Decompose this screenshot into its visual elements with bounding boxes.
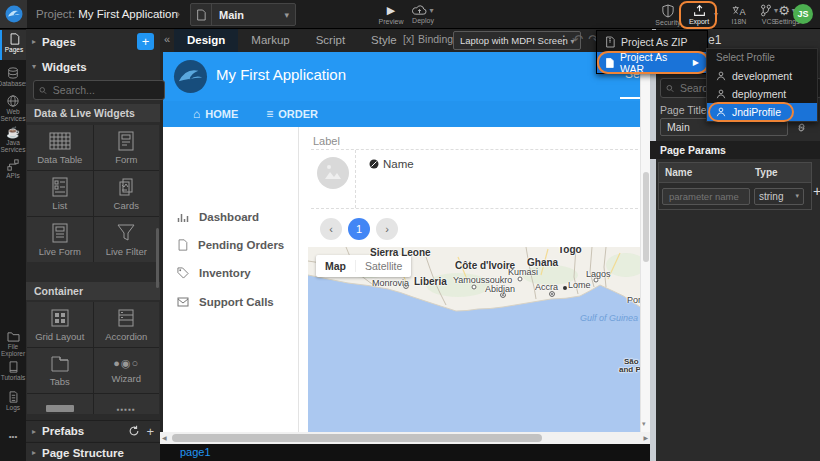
hscroll-thumb[interactable] xyxy=(172,434,542,442)
chevron-down-icon: ▾ xyxy=(714,10,718,19)
add-page-button[interactable]: + xyxy=(137,33,154,50)
tab-script[interactable]: Script xyxy=(303,28,358,52)
widget-tile-list[interactable]: List xyxy=(27,171,93,216)
canvas-horizontal-scrollbar[interactable]: ◀ ▶ xyxy=(160,432,650,444)
refresh-icon[interactable] xyxy=(128,425,140,437)
rail-item-web-services[interactable]: Web Services xyxy=(0,92,26,122)
design-canvas: My First Application Search ⌂ HOME ≡ ORD… xyxy=(160,52,640,432)
google-map-widget[interactable]: Map Satellite Sierra Leone Togo Côte d'I… xyxy=(308,247,640,432)
document-icon xyxy=(177,239,188,251)
undo-icon[interactable]: ↶ xyxy=(572,32,583,47)
map-label-kumasi: Kumasi xyxy=(508,267,538,277)
map-button[interactable]: Map xyxy=(316,260,355,272)
bar-chart-icon xyxy=(177,211,189,223)
export-icon xyxy=(693,4,706,17)
menu-item-inventory[interactable]: Inventory xyxy=(177,267,251,279)
widget-search[interactable] xyxy=(33,80,165,100)
widget-tile-accordion[interactable]: Accordion xyxy=(94,302,160,347)
menu-item-deployment[interactable]: deployment xyxy=(707,85,817,103)
widget-tile-cards[interactable]: Cards xyxy=(94,171,160,216)
widgets-accordion[interactable]: ▾ Widgets xyxy=(26,55,160,78)
tab-markup[interactable]: Markup xyxy=(238,28,302,52)
more-dots-icon: ••• xyxy=(9,433,17,440)
page-selector-dropdown[interactable]: Main ▾ xyxy=(190,3,296,26)
label-widget[interactable]: Label xyxy=(313,135,340,147)
menu-item-project-as-zip[interactable]: Project As ZIP xyxy=(597,31,707,52)
widget-tile-partial-right[interactable]: ▪▪▪▪▪ xyxy=(94,394,160,414)
widget-tile-data-table[interactable]: Data Table xyxy=(27,125,93,170)
security-button[interactable]: Security xyxy=(651,2,685,27)
satellite-button[interactable]: Satellite xyxy=(355,260,411,272)
rail-item-databases[interactable]: Databases xyxy=(0,64,26,90)
scroll-right-arrow-icon[interactable]: ▶ xyxy=(643,434,648,441)
collapse-left-panel-icon[interactable]: « xyxy=(164,33,170,45)
scroll-down-arrow-icon[interactable]: ▾ xyxy=(642,420,646,428)
widget-tile-grid-layout[interactable]: Grid Layout xyxy=(27,302,93,347)
nav-home[interactable]: ⌂ HOME xyxy=(193,107,238,121)
submenu-arrow-icon: ▶ xyxy=(693,58,699,67)
menu-item-dashboard[interactable]: Dashboard xyxy=(177,211,259,223)
map-label-togo: Togo xyxy=(558,247,582,255)
nav-order[interactable]: ≡ ORDER xyxy=(266,107,318,121)
cloud-upload-icon xyxy=(412,5,427,16)
vscroll-thumb[interactable] xyxy=(643,172,649,262)
panel-scrollbar-thumb[interactable] xyxy=(156,228,159,288)
menu-item-development[interactable]: development xyxy=(707,67,817,85)
widget-tile-live-filter[interactable]: Live Filter xyxy=(94,217,160,262)
param-name-input[interactable] xyxy=(662,188,750,205)
widget-tile-partial-left[interactable] xyxy=(27,394,93,414)
pagination-next-button[interactable]: › xyxy=(376,218,398,240)
menu-item-support-calls[interactable]: Support Calls xyxy=(177,296,274,308)
widget-tile-wizard[interactable]: ●◉○ Wizard xyxy=(94,348,160,393)
list-item-card[interactable]: Name xyxy=(311,149,640,209)
param-type-select[interactable]: string ▾ xyxy=(754,188,804,205)
chevron-down-icon: ▾ xyxy=(795,192,799,200)
rail-item-apis[interactable]: APIs xyxy=(0,156,26,182)
rail-item-file-explorer[interactable]: File Explorer xyxy=(0,328,26,358)
add-param-button[interactable]: + xyxy=(813,183,820,199)
i18n-button[interactable]: A I18N xyxy=(722,2,756,27)
canvas-vertical-scrollbar[interactable]: ▾ xyxy=(640,52,650,432)
widget-tile-form[interactable]: Form xyxy=(94,125,160,170)
add-prefab-button[interactable]: + xyxy=(146,424,154,439)
widget-tile-tabs[interactable]: Tabs xyxy=(27,348,93,393)
widget-tile-live-form[interactable]: Live Form xyxy=(27,217,93,262)
name-field[interactable]: Name xyxy=(369,158,414,170)
pages-accordion[interactable]: ▸ Pages + xyxy=(26,30,160,53)
list-icon: ≡ xyxy=(266,107,273,121)
page-tab-page1[interactable]: page1 xyxy=(180,444,211,461)
rail-item-more[interactable]: ••• xyxy=(0,430,26,446)
params-header-row: Name Type xyxy=(659,163,811,183)
rail-item-pages[interactable]: Pages xyxy=(0,30,26,60)
wavemaker-logo[interactable] xyxy=(0,0,27,28)
tab-design[interactable]: Design xyxy=(174,28,238,52)
search-icon xyxy=(666,84,674,93)
bind-link-icon[interactable] xyxy=(795,121,808,134)
widget-search-input[interactable] xyxy=(51,83,159,97)
map-label-sao-tome-2: and Pr xyxy=(619,365,640,374)
database-icon xyxy=(7,67,19,79)
tab-style[interactable]: Style xyxy=(358,28,410,52)
menu-item-pending-orders[interactable]: Pending Orders xyxy=(177,239,284,251)
envelope-icon xyxy=(177,297,189,307)
rail-item-tutorials[interactable]: Tutorials xyxy=(0,358,26,384)
section-data-live-widgets: Data & Live Widgets xyxy=(26,104,160,122)
rail-item-logs[interactable]: Logs xyxy=(0,388,26,414)
map-label-liberia: Liberia xyxy=(414,276,447,287)
user-avatar[interactable]: JS xyxy=(793,4,813,24)
scroll-left-arrow-icon[interactable]: ◀ xyxy=(162,434,167,441)
rail-item-java-services[interactable]: ☕ Java Services xyxy=(0,124,26,154)
right-panel-scrollbar[interactable] xyxy=(650,28,656,461)
export-button[interactable]: Export xyxy=(682,2,716,27)
play-icon: ▶ xyxy=(387,4,395,17)
pagination-prev-button[interactable]: ‹ xyxy=(320,218,342,240)
menu-item-jndiprofile[interactable]: JndiProfile xyxy=(707,103,817,121)
menu-item-project-as-war[interactable]: Project As WAR ▶ xyxy=(597,52,707,73)
section-container: Container xyxy=(26,282,160,300)
page-structure-accordion[interactable]: ▸ Page Structure xyxy=(26,442,160,461)
more-options-icon[interactable]: ⋮ xyxy=(558,33,570,47)
deploy-button[interactable]: ▾ Deploy xyxy=(406,2,440,27)
preview-button[interactable]: ▶ Preview xyxy=(374,2,408,27)
prefabs-accordion[interactable]: ▸ Prefabs + xyxy=(26,420,160,441)
pagination-page-1[interactable]: 1 xyxy=(348,218,370,240)
